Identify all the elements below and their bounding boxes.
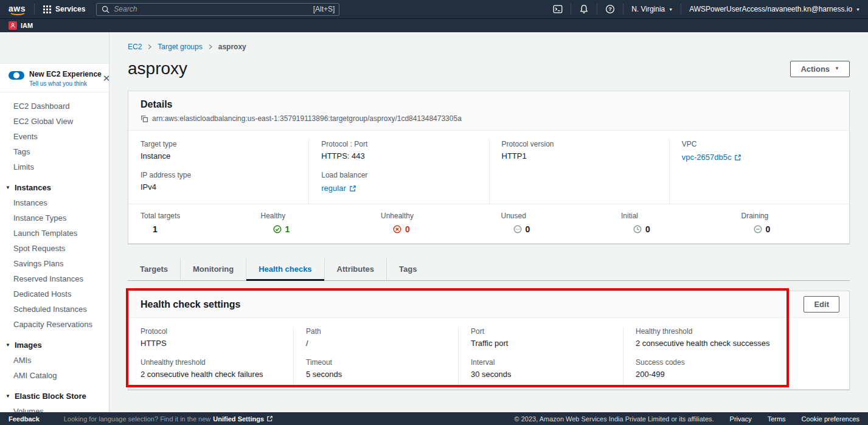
external-link-icon (349, 185, 356, 192)
copy-icon[interactable] (141, 115, 148, 123)
protocol-version-value: HTTP1 (502, 151, 657, 161)
healthy-count: 1 (261, 224, 357, 234)
sidebar-section-instances[interactable]: ▼Instances (0, 180, 109, 195)
unused-label: Unused (501, 212, 597, 220)
sidebar-item-scheduled-instances[interactable]: Scheduled Instances (0, 302, 109, 317)
tab-bar: Targets Monitoring Health checks Attribu… (128, 258, 850, 281)
cloudshell-button[interactable] (545, 0, 571, 18)
breadcrumb-ec2[interactable]: EC2 (128, 43, 142, 51)
sidebar-item-dedicated-hosts[interactable]: Dedicated Hosts (0, 286, 109, 302)
tab-monitoring[interactable]: Monitoring (180, 258, 246, 280)
field-label: Protocol version (502, 140, 657, 148)
search-icon (101, 5, 110, 14)
hc-timeout-value: 5 seconds (306, 370, 446, 379)
sidebar-item-limits[interactable]: Limits (0, 159, 109, 174)
sidebar-item-ami-catalog[interactable]: AMI Catalog (0, 368, 109, 383)
vpc-link[interactable]: vpc-2657db5c (682, 153, 742, 162)
hc-success-codes-value: 200-499 (636, 370, 776, 379)
chevron-down-icon: ▼ (835, 66, 839, 71)
field-label: Port (471, 327, 611, 336)
total-targets-label: Total targets (141, 212, 237, 220)
unhealthy-label: Unhealthy (381, 212, 477, 220)
feedback-link[interactable]: Feedback (9, 415, 40, 423)
chevron-right-icon (208, 44, 213, 50)
healthy-label: Healthy (261, 212, 357, 220)
help-button[interactable]: ? (597, 0, 623, 18)
sidebar-item-tags[interactable]: Tags (0, 144, 109, 159)
health-check-settings-card: Health check settings Edit ProtocolHTTPS… (128, 291, 850, 390)
sidebar-item-launch-templates[interactable]: Launch Templates (0, 226, 109, 241)
edit-button[interactable]: Edit (804, 296, 839, 313)
tab-targets[interactable]: Targets (128, 258, 180, 280)
sidebar-item-amis[interactable]: AMIs (0, 353, 109, 368)
services-grid-icon (43, 5, 51, 13)
chevron-right-icon (147, 44, 152, 50)
field-label: VPC (682, 140, 837, 148)
actions-button[interactable]: Actions ▼ (790, 61, 850, 77)
sidebar-item-events[interactable]: Events (0, 129, 109, 144)
top-navigation: aws Services [Alt+S] ? (0, 0, 868, 18)
sidebar-item-ec2-dashboard[interactable]: EC2 Dashboard (0, 98, 109, 114)
cookie-preferences-link[interactable]: Cookie preferences (802, 415, 859, 423)
sidebar-item-volumes[interactable]: Volumes (0, 404, 109, 412)
sidebar-item-reserved-instances[interactable]: Reserved Instances (0, 271, 109, 286)
language-note: Looking for language selection? Find it … (64, 415, 211, 423)
account-label: AWSPowerUserAccess/navaneeth.kn@harness.… (689, 5, 852, 13)
favorite-iam[interactable]: IAM (9, 21, 33, 30)
tab-health-checks[interactable]: Health checks (246, 258, 324, 280)
health-check-settings-title: Health check settings (141, 299, 241, 310)
tab-tags[interactable]: Tags (386, 258, 429, 280)
sidebar-item-savings-plans[interactable]: Savings Plans (0, 256, 109, 271)
chevron-down-icon: ▼ (668, 7, 673, 12)
field-label: Target type (141, 140, 296, 148)
protocol-port-value: HTTPS: 443 (321, 151, 476, 161)
field-label: Protocol : Port (321, 140, 476, 148)
sidebar-item-ec2-global-view[interactable]: EC2 Global View (0, 114, 109, 129)
sidebar-section-images[interactable]: ▼Images (0, 337, 109, 353)
load-balancer-link[interactable]: regular (321, 184, 356, 193)
close-icon[interactable]: ✕ (103, 74, 109, 83)
sidebar-nav: EC2 Dashboard EC2 Global View Events Tag… (0, 92, 109, 412)
details-card-header: Details arn:aws:elasticloadbalancing:us-… (128, 91, 849, 131)
aws-console: aws Services [Alt+S] ? (0, 0, 868, 425)
new-experience-feedback-link[interactable]: Tell us what you think (29, 80, 102, 87)
sidebar-item-instance-types[interactable]: Instance Types (0, 210, 109, 226)
notifications-bell-button[interactable] (571, 0, 597, 18)
svg-text:?: ? (608, 6, 612, 12)
search-box: [Alt+S] (96, 3, 339, 16)
field-label: IP address type (141, 171, 296, 179)
main-content: EC2 Target groups asproxy asproxy Action… (109, 32, 868, 412)
initial-count: 0 (621, 224, 717, 234)
aws-logo[interactable]: aws (9, 4, 26, 15)
services-menu-button[interactable]: Services (35, 5, 94, 13)
tab-attributes[interactable]: Attributes (324, 258, 386, 280)
external-link-icon (734, 154, 741, 161)
field-label: Healthy threshold (636, 327, 776, 336)
details-title: Details (141, 99, 837, 110)
target-status-summary: Total targets 1 Healthy 1 Unhealthy 0 Un… (128, 204, 849, 243)
details-grid: Target typeInstance IP address typeIPv4 … (128, 131, 849, 204)
region-selector[interactable]: N. Virginia ▼ (623, 0, 681, 18)
field-label: Unhealthy threshold (141, 358, 281, 367)
search-input[interactable] (96, 3, 339, 16)
page-title: asproxy (128, 59, 187, 78)
caret-down-icon: ▼ (5, 393, 10, 399)
unified-settings-link[interactable]: Unified Settings (213, 415, 273, 423)
services-label: Services (55, 5, 85, 13)
sidebar-item-instances[interactable]: Instances (0, 195, 109, 210)
account-menu[interactable]: AWSPowerUserAccess/navaneeth.kn@harness.… (681, 0, 868, 18)
sidebar-item-capacity-reservations[interactable]: Capacity Reservations (0, 317, 109, 332)
field-label: Load balancer (321, 171, 476, 179)
new-experience-toggle[interactable] (9, 71, 24, 80)
unused-status-icon (513, 225, 522, 233)
sidebar-item-spot-requests[interactable]: Spot Requests (0, 241, 109, 256)
hc-interval-value: 30 seconds (471, 370, 611, 379)
favorites-bar: IAM (0, 18, 868, 32)
sidebar-section-elastic-block-store[interactable]: ▼Elastic Block Store (0, 389, 109, 404)
iam-label: IAM (21, 22, 33, 29)
target-group-arn: arn:aws:elasticloadbalancing:us-east-1:3… (152, 114, 462, 123)
initial-status-icon (633, 225, 642, 233)
terms-link[interactable]: Terms (768, 415, 786, 423)
breadcrumb-target-groups[interactable]: Target groups (158, 43, 202, 51)
privacy-link[interactable]: Privacy (730, 415, 752, 423)
